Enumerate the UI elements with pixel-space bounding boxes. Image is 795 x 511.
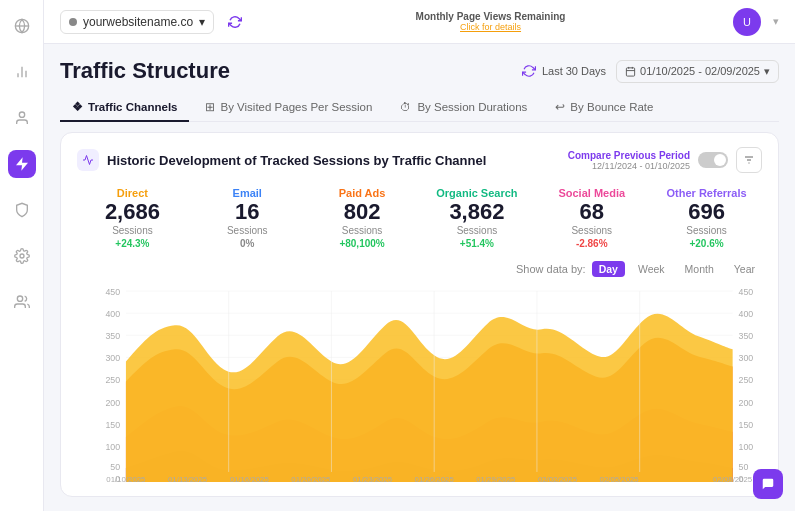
tab-bounce-rate[interactable]: ↩ By Bounce Rate [543,94,665,122]
session-count: 802 [311,201,414,223]
svg-text:50: 50 [739,462,749,472]
compare-period: Compare Previous Period 12/11/2024 - 01/… [568,150,690,171]
tab-visited-pages-icon: ⊞ [205,100,215,114]
avatar[interactable]: U [733,8,761,36]
time-btn-day[interactable]: Day [592,261,625,277]
avatar-dropdown[interactable]: ▾ [773,15,779,28]
tab-session-durations[interactable]: ⏱ By Session Durations [388,94,539,122]
chart-area: Show data by: Day Week Month Year [77,261,762,482]
svg-text:02/05/2025: 02/05/2025 [600,475,640,482]
main-content: yourwebsitename.co ▾ Monthly Page Views … [44,0,795,511]
tab-visited-pages-label: By Visited Pages Per Session [220,101,372,113]
calendar-icon [625,66,636,77]
session-change: 0% [196,238,299,249]
chevron-down-icon: ▾ [764,65,770,78]
session-change: +51.4% [426,238,529,249]
content-area: Traffic Structure Last 30 Days 01/10/202… [44,44,795,511]
site-selector[interactable]: yourwebsitename.co ▾ [60,10,214,34]
svg-text:400: 400 [739,309,754,319]
sidebar-icon-people[interactable] [8,288,36,316]
toggle-knob [714,154,726,166]
sidebar-icon-chart[interactable] [8,58,36,86]
chart-title-text: Historic Development of Tracked Sessions… [107,153,486,168]
filter-button[interactable] [736,147,762,173]
channel-name: Other Referrals [655,187,758,199]
session-change: +80,100% [311,238,414,249]
session-label: Sessions [655,225,758,236]
session-item-other-referrals: Other Referrals 696 Sessions +20.6% [651,183,762,253]
session-item-email: Email 16 Sessions 0% [192,183,303,253]
svg-text:02/08/2025: 02/08/2025 [713,475,753,482]
session-item-organic-search: Organic Search 3,862 Sessions +51.4% [422,183,533,253]
svg-marker-6 [16,157,28,170]
svg-text:350: 350 [105,331,120,341]
channel-name: Organic Search [426,187,529,199]
session-count: 68 [540,201,643,223]
session-label: Sessions [540,225,643,236]
session-change: +24.3% [81,238,184,249]
sessions-grid: Direct 2,686 Sessions +24.3% Email 16 Se… [77,183,762,253]
svg-text:01/23/2025: 01/23/2025 [353,475,393,482]
filter-icon [743,154,755,166]
topbar-center: Monthly Page Views Remaining Click for d… [260,11,721,32]
tab-traffic-channels-label: Traffic Channels [88,101,177,113]
svg-text:450: 450 [739,287,754,297]
svg-rect-9 [626,67,634,75]
tab-bounce-rate-icon: ↩ [555,100,565,114]
svg-text:150: 150 [739,420,754,430]
sidebar-icon-user[interactable] [8,104,36,132]
session-item-direct: Direct 2,686 Sessions +24.3% [77,183,188,253]
svg-text:450: 450 [105,287,120,297]
svg-text:01/20/2025: 01/20/2025 [291,475,331,482]
chart-toolbar: Show data by: Day Week Month Year [77,261,762,277]
svg-text:01/10/2025: 01/10/2025 [106,475,146,482]
session-label: Sessions [196,225,299,236]
chat-widget[interactable] [753,469,783,499]
page-views-title: Monthly Page Views Remaining [416,11,566,22]
session-label: Sessions [81,225,184,236]
page-views-link[interactable]: Click for details [416,22,566,32]
tab-visited-pages[interactable]: ⊞ By Visited Pages Per Session [193,94,384,122]
svg-text:01/13/2025: 01/13/2025 [168,475,208,482]
svg-point-7 [20,254,24,258]
session-change: +20.6% [655,238,758,249]
time-btn-week[interactable]: Week [631,261,672,277]
tab-traffic-channels-icon: ❖ [72,100,83,114]
svg-text:50: 50 [110,462,120,472]
compare-label: Compare Previous Period [568,150,690,161]
svg-text:01/29/2025: 01/29/2025 [476,475,516,482]
chart-title: Historic Development of Tracked Sessions… [77,149,486,171]
date-range-button[interactable]: 01/10/2025 - 02/09/2025 ▾ [616,60,779,83]
topbar-right: U ▾ [733,8,779,36]
page-views-banner: Monthly Page Views Remaining Click for d… [416,11,566,32]
time-btn-year[interactable]: Year [727,261,762,277]
sidebar-icon-globe[interactable] [8,12,36,40]
refresh-icon[interactable] [522,64,536,78]
area-chart: 450 400 350 300 250 200 150 100 50 0 450… [77,281,762,482]
svg-text:300: 300 [739,353,754,363]
tab-session-durations-label: By Session Durations [417,101,527,113]
tab-bounce-rate-label: By Bounce Rate [570,101,653,113]
chat-icon [761,477,775,491]
sidebar-icon-gear[interactable] [8,242,36,270]
svg-text:200: 200 [105,398,120,408]
time-btn-month[interactable]: Month [678,261,721,277]
svg-point-5 [19,112,24,117]
svg-text:300: 300 [105,353,120,363]
channel-name: Paid Ads [311,187,414,199]
refresh-button[interactable] [222,9,248,35]
tab-traffic-channels[interactable]: ❖ Traffic Channels [60,94,189,122]
chart-card: Historic Development of Tracked Sessions… [60,132,779,497]
sidebar-icon-shield[interactable] [8,196,36,224]
session-change: -2.86% [540,238,643,249]
svg-text:250: 250 [739,375,754,385]
session-item-paid-ads: Paid Ads 802 Sessions +80,100% [307,183,418,253]
topbar-left: yourwebsitename.co ▾ [60,9,248,35]
sidebar-icon-lightning[interactable] [8,150,36,178]
svg-point-8 [17,296,22,301]
compare-toggle[interactable] [698,152,728,168]
tabs-bar: ❖ Traffic Channels ⊞ By Visited Pages Pe… [60,94,779,122]
svg-text:350: 350 [739,331,754,341]
chart-card-icon [77,149,99,171]
chart-controls: Compare Previous Period 12/11/2024 - 01/… [568,147,762,173]
